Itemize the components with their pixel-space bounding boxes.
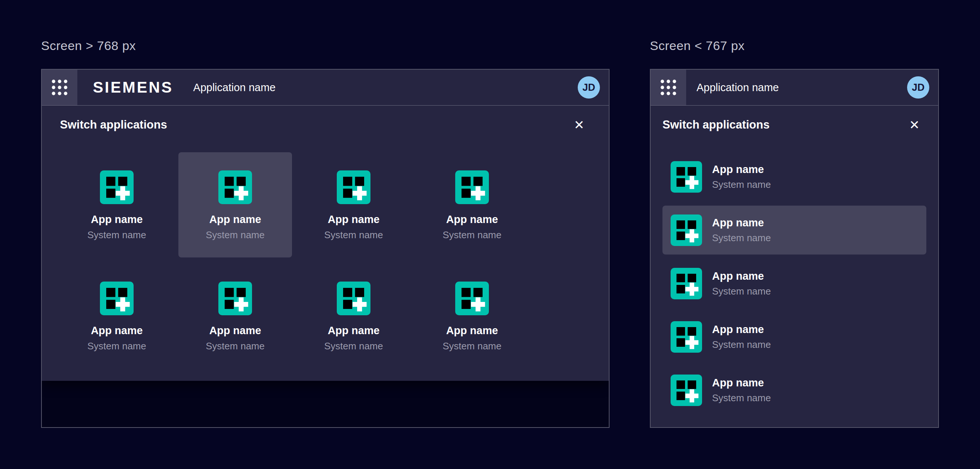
system-name-label: System name <box>88 340 146 352</box>
siemens-logo: SIEMENS <box>93 78 173 96</box>
application-title: Application name <box>193 81 275 94</box>
close-icon[interactable]: ✕ <box>574 118 585 131</box>
system-name-label: System name <box>206 340 265 352</box>
system-name-label: System name <box>88 229 146 241</box>
app-list-item[interactable]: App nameSystem name <box>662 312 926 361</box>
app-tile-grid: App nameSystem nameApp nameSystem nameAp… <box>60 152 609 368</box>
app-launcher-button[interactable] <box>42 70 77 105</box>
system-name-label: System name <box>712 232 771 244</box>
system-name-label: System name <box>206 229 265 241</box>
app-list: App nameSystem nameApp nameSystem nameAp… <box>662 152 926 428</box>
app-name-label: App name <box>91 324 143 337</box>
app-name-label: App name <box>712 324 771 336</box>
app-name-label: App name <box>712 270 771 282</box>
system-name-label: System name <box>324 229 383 241</box>
breakpoint-label-mobile: Screen < 767 px <box>650 38 745 53</box>
app-name-label: App name <box>328 324 379 337</box>
app-tiles-plus-icon <box>218 171 252 204</box>
breakpoint-label-desktop: Screen > 768 px <box>41 38 136 53</box>
system-name-label: System name <box>442 340 501 352</box>
app-tiles-plus-icon <box>218 282 252 315</box>
app-tiles-plus-icon <box>671 375 702 406</box>
system-name-label: System name <box>712 286 771 297</box>
app-tiles-plus-icon <box>337 171 371 204</box>
app-name-label: App name <box>209 324 261 337</box>
app-tiles-plus-icon <box>337 282 371 315</box>
app-list-item[interactable]: App nameSystem name <box>662 152 926 201</box>
app-header: SIEMENS Application name JD <box>42 70 609 105</box>
desktop-breakpoint-card: SIEMENS Application name JD Switch appli… <box>41 69 609 428</box>
app-name-label: App name <box>328 214 379 226</box>
app-header: Application name JD <box>651 70 938 105</box>
app-name-label: App name <box>712 217 771 229</box>
app-tiles-plus-icon <box>671 321 702 353</box>
system-name-label: System name <box>324 340 383 352</box>
app-list-item[interactable]: App nameSystem name <box>662 365 926 415</box>
app-tile[interactable]: App nameSystem name <box>60 152 173 257</box>
system-name-label: System name <box>712 392 771 404</box>
app-item-text: App nameSystem name <box>712 324 771 351</box>
app-tile[interactable]: App nameSystem name <box>415 152 529 257</box>
app-tiles-plus-icon <box>671 268 702 299</box>
switch-applications-title: Switch applications <box>60 118 167 131</box>
app-tile[interactable]: App nameSystem name <box>415 263 529 368</box>
close-icon[interactable]: ✕ <box>909 118 920 131</box>
app-tile[interactable]: App nameSystem name <box>60 263 173 368</box>
app-list-item[interactable]: App nameSystem name <box>662 259 926 308</box>
app-name-label: App name <box>446 214 498 226</box>
switch-applications-panel: Switch applications ✕ App nameSystem nam… <box>42 105 609 381</box>
app-name-label: App name <box>712 377 771 389</box>
app-launcher-button[interactable] <box>651 70 686 105</box>
app-tiles-plus-icon <box>671 428 702 428</box>
mobile-breakpoint-card: Application name JD Switch applications … <box>650 69 939 428</box>
grid-dots-icon <box>659 78 678 97</box>
app-tiles-plus-icon <box>100 282 134 315</box>
app-list-item[interactable]: App nameSystem name <box>662 206 926 255</box>
system-name-label: System name <box>442 229 501 241</box>
app-item-text: App nameSystem name <box>712 163 771 190</box>
system-name-label: System name <box>712 339 771 351</box>
app-tiles-plus-icon <box>671 161 702 193</box>
app-tiles-plus-icon <box>455 282 489 315</box>
app-item-text: App nameSystem name <box>712 377 771 404</box>
app-tiles-plus-icon <box>100 171 134 204</box>
app-list-item[interactable]: App nameSystem name <box>662 419 926 428</box>
application-title: Application name <box>697 81 779 94</box>
grid-dots-icon <box>50 78 69 97</box>
app-tile[interactable]: App nameSystem name <box>178 152 292 257</box>
app-name-label: App name <box>209 214 261 226</box>
app-name-label: App name <box>712 163 771 175</box>
system-name-label: System name <box>712 179 771 190</box>
app-item-text: App nameSystem name <box>712 217 771 244</box>
app-tile[interactable]: App nameSystem name <box>297 152 410 257</box>
app-item-text: App nameSystem name <box>712 270 771 297</box>
app-tiles-plus-icon <box>455 171 489 204</box>
app-name-label: App name <box>91 214 143 226</box>
app-tiles-plus-icon <box>671 214 702 246</box>
app-tile[interactable]: App nameSystem name <box>178 263 292 368</box>
user-avatar[interactable]: JD <box>907 76 929 99</box>
app-name-label: App name <box>446 324 498 337</box>
app-tile[interactable]: App nameSystem name <box>297 263 410 368</box>
switch-applications-panel: Switch applications ✕ App nameSystem nam… <box>651 105 938 427</box>
switch-applications-title: Switch applications <box>662 118 769 131</box>
user-avatar[interactable]: JD <box>578 76 600 99</box>
